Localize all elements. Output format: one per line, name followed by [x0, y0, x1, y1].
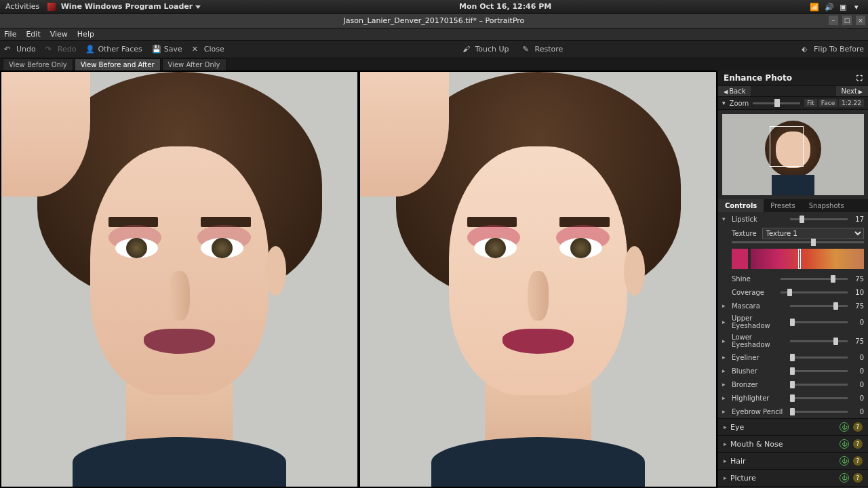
- brush-icon: 🖌: [462, 45, 472, 54]
- lower-eyeshadow-row: ▸ Lower Eyeshadow 75: [718, 331, 868, 350]
- image-viewport[interactable]: Before After: [0, 70, 717, 488]
- mascara-row: ▸ Mascara 75: [718, 299, 868, 312]
- redo-button[interactable]: ↷Redo: [45, 45, 77, 54]
- chevron-right-icon[interactable]: ▸: [722, 381, 728, 388]
- chevron-right-icon[interactable]: ▸: [722, 354, 728, 361]
- navigator-thumbnail[interactable]: [718, 110, 868, 199]
- shine-row: Shine 75: [718, 272, 868, 285]
- tab-view-before-after[interactable]: View Before and After: [75, 58, 161, 70]
- undo-button[interactable]: ↶Undo: [4, 45, 36, 54]
- chevron-right-icon: ▸: [724, 474, 730, 481]
- menu-edit[interactable]: Edit: [26, 30, 40, 39]
- lipstick-color-swatch[interactable]: [732, 249, 748, 269]
- minimize-button[interactable]: –: [829, 16, 838, 25]
- coverage-row: Coverage 10: [718, 285, 868, 299]
- zoom-label: Zoom: [730, 100, 749, 107]
- lipstick-slider[interactable]: [790, 218, 848, 220]
- section-mouth-nose[interactable]: ▸ Mouth & Nose ⏻ ?: [718, 435, 868, 452]
- panel-expand-icon[interactable]: ⛶: [856, 75, 863, 81]
- toolbar: ↶Undo ↷Redo 👤Other Faces 💾Save ✕Close 🖌T…: [0, 41, 868, 58]
- menu-file[interactable]: File: [4, 30, 16, 39]
- eyeliner-row: ▸ Eyeliner 0: [718, 350, 868, 364]
- power-toggle[interactable]: ⏻: [840, 473, 849, 483]
- save-button[interactable]: 💾Save: [152, 45, 182, 54]
- battery-icon[interactable]: ▣: [840, 3, 848, 11]
- help-icon[interactable]: ?: [853, 473, 863, 483]
- chevron-down-icon[interactable]: ▾: [722, 100, 726, 106]
- lipstick-color-strip[interactable]: [751, 249, 864, 269]
- navigator-viewport-rect[interactable]: [770, 126, 804, 167]
- mascara-slider[interactable]: [790, 305, 848, 307]
- view-mode-tabs: View Before Only View Before and After V…: [0, 58, 868, 70]
- power-toggle[interactable]: ⏻: [840, 439, 849, 449]
- blusher-slider[interactable]: [790, 370, 848, 372]
- tab-presets[interactable]: Presets: [764, 199, 802, 212]
- tab-view-after-only[interactable]: View After Only: [162, 58, 226, 70]
- dropdown-icon[interactable]: ▾: [854, 3, 863, 11]
- activities-button[interactable]: Activities: [5, 2, 39, 11]
- zoom-face-button[interactable]: Face: [818, 99, 837, 107]
- next-button[interactable]: Next: [836, 86, 868, 96]
- other-faces-button[interactable]: 👤Other Faces: [85, 45, 142, 54]
- upper-eyeshadow-slider[interactable]: [790, 321, 848, 323]
- maximize-button[interactable]: □: [842, 16, 852, 25]
- chevron-right-icon[interactable]: ▸: [722, 302, 728, 309]
- touch-up-button[interactable]: 🖌Touch Up: [462, 45, 509, 54]
- lipstick-texture-select[interactable]: Texture 1: [762, 228, 864, 239]
- menu-bar: File Edit View Help: [0, 28, 868, 41]
- shine-slider[interactable]: [781, 278, 848, 280]
- power-toggle[interactable]: ⏻: [840, 456, 849, 466]
- help-icon[interactable]: ?: [853, 422, 863, 432]
- chevron-down-icon[interactable]: ▾: [722, 216, 728, 222]
- lower-eyeshadow-slider[interactable]: [790, 340, 848, 342]
- close-button[interactable]: ✕Close: [192, 45, 224, 54]
- upper-eyeshadow-row: ▸ Upper Eyeshadow 0: [718, 312, 868, 331]
- eyebrow-pencil-slider[interactable]: [790, 411, 848, 413]
- chevron-right-icon: ▸: [724, 424, 730, 430]
- power-toggle[interactable]: ⏻: [840, 422, 849, 432]
- restore-icon: ✎: [523, 45, 532, 54]
- menu-help[interactable]: Help: [77, 30, 94, 39]
- section-eye[interactable]: ▸ Eye ⏻ ?: [718, 418, 868, 435]
- restore-button[interactable]: ✎Restore: [523, 45, 564, 54]
- zoom-fit-button[interactable]: Fit: [804, 99, 817, 107]
- tab-snapshots[interactable]: Snapshots: [802, 199, 851, 212]
- zoom-value[interactable]: 1:2.22: [839, 99, 864, 107]
- back-button[interactable]: Back: [718, 86, 751, 96]
- chevron-right-icon[interactable]: ▸: [722, 319, 728, 325]
- help-icon[interactable]: ?: [853, 439, 863, 449]
- volume-icon[interactable]: 🔊: [825, 3, 833, 11]
- close-window-button[interactable]: ×: [856, 16, 865, 25]
- highlighter-slider[interactable]: [790, 397, 848, 399]
- redo-icon: ↷: [45, 45, 55, 54]
- network-icon[interactable]: 📶: [810, 3, 818, 11]
- chevron-right-icon[interactable]: ▸: [722, 408, 728, 415]
- coverage-slider[interactable]: [781, 291, 848, 293]
- lipstick-texture-row: Texture Texture 1: [718, 226, 868, 241]
- help-icon[interactable]: ?: [853, 456, 863, 466]
- chevron-right-icon[interactable]: ▸: [722, 338, 728, 344]
- clock[interactable]: Mon Oct 16, 12:46 PM: [201, 2, 810, 11]
- eyebrow-pencil-row: ▸ Eyebrow Pencil 0: [718, 405, 868, 418]
- chevron-right-icon[interactable]: ▸: [722, 394, 728, 401]
- tab-controls[interactable]: Controls: [718, 199, 764, 212]
- person-icon: 👤: [85, 45, 95, 54]
- controls-scroll[interactable]: ▾ Lipstick 17 Texture Texture 1 Shine 75…: [718, 212, 868, 488]
- before-pane: Before: [1, 72, 357, 487]
- zoom-slider[interactable]: [753, 102, 800, 104]
- flip-icon: ⬖: [802, 45, 811, 54]
- panel-tabs: Controls Presets Snapshots: [718, 199, 868, 212]
- eyeliner-slider[interactable]: [790, 357, 848, 359]
- lipstick-row: ▾ Lipstick 17: [718, 212, 868, 226]
- section-hair[interactable]: ▸ Hair ⏻ ?: [718, 452, 868, 469]
- current-app[interactable]: Wine Windows Program Loader: [47, 2, 201, 11]
- chevron-right-icon[interactable]: ▸: [722, 367, 728, 374]
- lipstick-hue-position-slider[interactable]: [732, 241, 864, 243]
- save-icon: 💾: [152, 45, 161, 54]
- tab-view-before-only[interactable]: View Before Only: [3, 58, 73, 70]
- chevron-right-icon: [859, 87, 863, 95]
- section-picture[interactable]: ▸ Picture ⏻ ?: [718, 469, 868, 486]
- flip-to-before-button[interactable]: ⬖Flip To Before: [802, 45, 864, 54]
- menu-view[interactable]: View: [50, 30, 68, 39]
- bronzer-slider[interactable]: [790, 384, 848, 386]
